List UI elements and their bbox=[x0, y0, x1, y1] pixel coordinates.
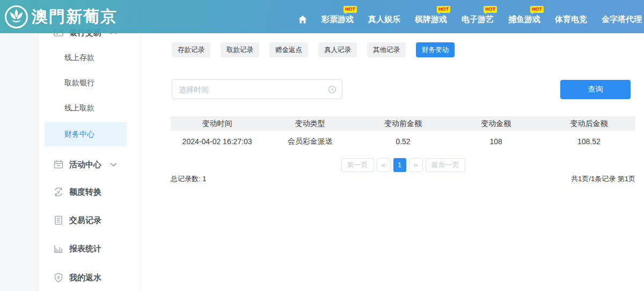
sidebar: 银行交易 线上存款 取款银行 线上取款 财务中心 bbox=[39, 0, 141, 291]
nav-live-casino[interactable]: 真人娱乐 bbox=[368, 14, 400, 25]
last-page-button[interactable]: 最后一页 bbox=[426, 158, 465, 172]
nav-label: 金字塔代理 bbox=[602, 14, 642, 24]
records-table: 变动时间 变动类型 变动前金额 变动金额 变动后金额 2024-04-02 16… bbox=[171, 116, 635, 152]
page: 银行交易 线上存款 取款银行 线上取款 财务中心 bbox=[0, 0, 644, 291]
sidebar-item-report-statistics[interactable]: 报表统计 bbox=[39, 241, 141, 257]
cell-change-type: 会员彩金派送 bbox=[264, 137, 356, 146]
sidebar-item-label: 线上取款 bbox=[64, 103, 94, 113]
sidebar-item-quota-transfer[interactable]: ¥ 额度转换 bbox=[39, 184, 141, 200]
nav-fishing-games[interactable]: 捕鱼游戏 HOT bbox=[508, 14, 540, 25]
cell-amount-after: 108.52 bbox=[543, 137, 635, 146]
cell-amount-before: 0.52 bbox=[356, 137, 449, 146]
home-nav-link[interactable] bbox=[298, 16, 307, 24]
left-rail bbox=[0, 0, 39, 291]
pagination-stats: 总记录数: 1 共1页/1条记录 第1页 bbox=[171, 174, 635, 184]
nav-label: 棋牌游戏 bbox=[415, 14, 447, 24]
transfer-yuan-icon: ¥ bbox=[53, 186, 64, 198]
prev-page-button[interactable]: < bbox=[377, 158, 391, 172]
first-page-button[interactable]: 第一页 bbox=[341, 158, 374, 172]
sidebar-item-label: 交易记录 bbox=[69, 215, 101, 226]
shield-yuan-icon: ¥ bbox=[53, 272, 64, 283]
brand-logo[interactable]: 澳門新葡京 bbox=[4, 5, 118, 29]
sidebar-item-my-rebate[interactable]: ¥ 我的返水 bbox=[39, 270, 141, 286]
hot-badge: HOT bbox=[484, 6, 497, 13]
sidebar-item-label: 线上存款 bbox=[64, 53, 94, 63]
lotus-logo-icon bbox=[4, 5, 28, 29]
calendar-icon bbox=[53, 159, 64, 170]
date-range-picker[interactable] bbox=[172, 79, 342, 99]
nav-sports-esports[interactable]: 体育电竞 bbox=[555, 14, 587, 25]
nav-pyramid-agent[interactable]: 金字塔代理 bbox=[602, 14, 642, 25]
document-icon bbox=[53, 214, 64, 226]
nav-label: 彩票游戏 bbox=[321, 14, 354, 24]
cell-change-amount: 108 bbox=[450, 137, 543, 146]
tab-finance-changes[interactable]: 财务变动 bbox=[416, 42, 455, 57]
hot-badge: HOT bbox=[530, 6, 544, 13]
tab-bonus-rebate[interactable]: 赠金返点 bbox=[269, 42, 308, 57]
svg-text:¥: ¥ bbox=[57, 275, 60, 280]
sidebar-item-online-withdraw[interactable]: 线上取款 bbox=[39, 101, 141, 116]
sidebar-item-label: 我的返水 bbox=[69, 273, 101, 283]
nav-label: 电子游艺 bbox=[462, 14, 494, 24]
tab-withdraw-records[interactable]: 取款记录 bbox=[221, 42, 259, 57]
total-records-label: 总记录数: 1 bbox=[171, 174, 206, 184]
sidebar-item-withdraw-bank[interactable]: 取款银行 bbox=[39, 76, 141, 91]
sidebar-item-label: 额度转换 bbox=[69, 187, 101, 197]
date-input[interactable] bbox=[172, 85, 328, 94]
sidebar-group-activity[interactable]: 活动中心 bbox=[39, 156, 141, 173]
col-change-time: 变动时间 bbox=[171, 119, 264, 129]
tab-live-records[interactable]: 真人记录 bbox=[318, 42, 357, 57]
current-page-button[interactable]: 1 bbox=[393, 158, 406, 172]
top-header: 澳門新葡京 彩票游戏 HOT 真人娱乐 棋牌游戏 HOT bbox=[0, 0, 644, 33]
nav-slot-games[interactable]: 电子游艺 HOT bbox=[462, 14, 494, 25]
col-change-type: 变动类型 bbox=[264, 119, 356, 129]
sidebar-group-label: 活动中心 bbox=[69, 160, 101, 170]
cell-change-time: 2024-04-02 16:27:03 bbox=[171, 137, 264, 146]
brand-name: 澳門新葡京 bbox=[32, 6, 118, 28]
clock-icon[interactable] bbox=[328, 85, 336, 94]
search-button[interactable]: 查询 bbox=[560, 80, 631, 99]
nav-board-games[interactable]: 棋牌游戏 HOT bbox=[415, 14, 447, 25]
bar-chart-icon bbox=[53, 243, 64, 255]
tab-other-records[interactable]: 其他记录 bbox=[367, 42, 406, 57]
col-amount-after: 变动后金额 bbox=[543, 119, 635, 129]
col-amount-before: 变动前金额 bbox=[356, 119, 449, 129]
sidebar-item-online-deposit[interactable]: 线上存款 bbox=[39, 50, 141, 65]
main-nav: 彩票游戏 HOT 真人娱乐 棋牌游戏 HOT 电子游艺 HOT 捕鱼游戏 HOT… bbox=[298, 0, 642, 33]
sidebar-item-finance-center-active[interactable]: 财务中心 bbox=[45, 122, 127, 146]
svg-text:¥: ¥ bbox=[57, 190, 60, 195]
col-change-amount: 变动金额 bbox=[450, 119, 543, 129]
sidebar-item-transaction-records[interactable]: 交易记录 bbox=[39, 212, 141, 228]
hot-badge: HOT bbox=[343, 6, 357, 13]
sidebar-item-label: 财务中心 bbox=[64, 130, 94, 139]
page-summary-label: 共1页/1条记录 第1页 bbox=[571, 174, 635, 184]
nav-label: 真人娱乐 bbox=[368, 14, 400, 24]
main-content: 存款记录 取款记录 赠金返点 真人记录 其他记录 财务变动 查询 变动时间 变动… bbox=[141, 0, 644, 291]
home-icon bbox=[298, 16, 307, 24]
nav-lottery-games[interactable]: 彩票游戏 HOT bbox=[321, 14, 354, 25]
table-row: 2024-04-02 16:27:03 会员彩金派送 0.52 108 108.… bbox=[171, 131, 635, 152]
tab-deposit-records[interactable]: 存款记录 bbox=[172, 42, 210, 57]
nav-label: 捕鱼游戏 bbox=[508, 14, 540, 24]
hot-badge: HOT bbox=[437, 6, 450, 13]
sidebar-item-label: 报表统计 bbox=[69, 244, 101, 254]
record-tabs: 存款记录 取款记录 赠金返点 真人记录 其他记录 财务变动 bbox=[172, 42, 455, 57]
table-header-row: 变动时间 变动类型 变动前金额 变动金额 变动后金额 bbox=[171, 116, 635, 131]
pagination: 第一页 < 1 > 最后一页 bbox=[171, 158, 635, 172]
next-page-button[interactable]: > bbox=[409, 158, 423, 172]
sidebar-item-label: 取款银行 bbox=[64, 78, 94, 88]
nav-label: 体育电竞 bbox=[555, 14, 587, 24]
chevron-down-icon bbox=[110, 162, 117, 167]
